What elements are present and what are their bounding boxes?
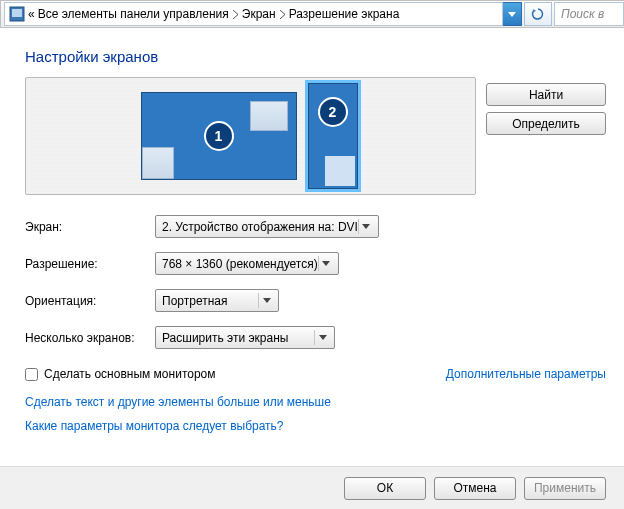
chevron-down-icon — [358, 219, 374, 234]
apply-button[interactable]: Применить — [524, 477, 606, 500]
resolution-label: Разрешение: — [25, 257, 155, 271]
resolution-value: 768 × 1360 (рекомендуется) — [162, 257, 318, 271]
breadcrumb-back[interactable]: « — [28, 7, 35, 21]
search-input[interactable]: Поиск в — [554, 2, 624, 26]
breadcrumb-item-0[interactable]: Все элементы панели управления — [38, 7, 229, 21]
which-monitor-link[interactable]: Какие параметры монитора следует выбрать… — [25, 419, 606, 433]
breadcrumb-dropdown[interactable] — [503, 2, 522, 26]
chevron-down-icon — [318, 256, 334, 271]
orientation-select[interactable]: Портретная — [155, 289, 279, 312]
settings-form: Экран: 2. Устройство отображения на: DVI… — [25, 215, 606, 349]
text-size-link[interactable]: Сделать текст и другие элементы больше и… — [25, 395, 606, 409]
monitor-number: 2 — [318, 97, 348, 127]
checkbox-input[interactable] — [25, 368, 38, 381]
page-title: Настройки экранов — [25, 48, 606, 65]
resolution-select[interactable]: 768 × 1360 (рекомендуется) — [155, 252, 339, 275]
chevron-right-icon — [232, 10, 239, 19]
chevron-right-icon — [279, 10, 286, 19]
monitor-1[interactable]: 1 — [141, 92, 297, 180]
control-panel-icon — [9, 6, 25, 22]
screen-value: 2. Устройство отображения на: DVI — [162, 220, 358, 234]
multi-value: Расширить эти экраны — [162, 331, 288, 345]
window-thumb-icon — [250, 101, 288, 131]
svg-rect-0 — [10, 7, 24, 21]
find-button[interactable]: Найти — [486, 83, 606, 106]
advanced-link[interactable]: Дополнительные параметры — [446, 367, 606, 381]
dialog-footer: ОК Отмена Применить — [0, 466, 624, 509]
ok-button[interactable]: ОК — [344, 477, 426, 500]
identify-button[interactable]: Определить — [486, 112, 606, 135]
grid-thumb-icon — [325, 156, 355, 186]
breadcrumb-item-1[interactable]: Экран — [242, 7, 276, 21]
screen-select[interactable]: 2. Устройство отображения на: DVI — [155, 215, 379, 238]
svg-rect-1 — [12, 9, 22, 17]
multi-select[interactable]: Расширить эти экраны — [155, 326, 335, 349]
monitor-2-selected[interactable]: 2 — [305, 80, 361, 192]
monitor-number: 1 — [204, 121, 234, 151]
chevron-down-icon — [258, 293, 274, 308]
chevron-down-icon — [314, 330, 330, 345]
page-content: Настройки экранов 1 2 Найти Определить Э… — [0, 28, 624, 433]
make-primary-checkbox[interactable]: Сделать основным монитором — [25, 367, 216, 381]
breadcrumb[interactable]: « Все элементы панели управления Экран Р… — [4, 2, 503, 26]
cancel-button[interactable]: Отмена — [434, 477, 516, 500]
window-thumb-icon — [142, 147, 174, 179]
orientation-value: Портретная — [162, 294, 227, 308]
breadcrumb-item-2[interactable]: Разрешение экрана — [289, 7, 400, 21]
checkbox-label: Сделать основным монитором — [44, 367, 216, 381]
multi-label: Несколько экранов: — [25, 331, 155, 345]
orientation-label: Ориентация: — [25, 294, 155, 308]
refresh-button[interactable] — [524, 2, 552, 26]
monitor-preview[interactable]: 1 2 — [25, 77, 476, 195]
screen-label: Экран: — [25, 220, 155, 234]
address-bar: « Все элементы панели управления Экран Р… — [0, 0, 624, 28]
